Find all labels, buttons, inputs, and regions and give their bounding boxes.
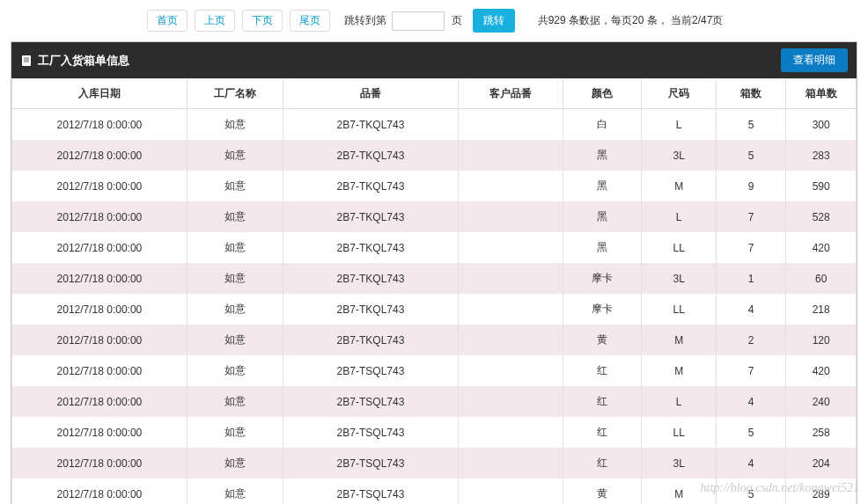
- cell-factory: 如意: [187, 140, 283, 171]
- table-row[interactable]: 2012/7/18 0:00:00如意2B7-TSQL743红3L4204: [12, 448, 857, 478]
- cell-boxes: 2: [716, 325, 785, 355]
- cell-units: 218: [786, 294, 857, 325]
- prev-page-link[interactable]: 上页: [195, 10, 235, 32]
- cell-customer_item: [458, 263, 563, 294]
- cell-date: 2012/7/18 0:00:00: [12, 232, 188, 263]
- cell-item_no: 2B7-TSQL743: [283, 478, 459, 504]
- table-row[interactable]: 2012/7/18 0:00:00如意2B7-TKQL743黑L7528: [12, 201, 857, 232]
- cell-item_no: 2B7-TSQL743: [283, 448, 459, 478]
- cell-item_no: 2B7-TSQL743: [283, 417, 459, 448]
- cell-units: 420: [786, 355, 857, 386]
- table-row[interactable]: 2012/7/18 0:00:00如意2B7-TKQL743黑M9590: [12, 171, 857, 201]
- cell-factory: 如意: [187, 109, 283, 141]
- table-row[interactable]: 2012/7/18 0:00:00如意2B7-TKQL743白L5300: [12, 109, 857, 141]
- table-row[interactable]: 2012/7/18 0:00:00如意2B7-TSQL743红LL5258: [12, 417, 857, 448]
- data-panel: 工厂入货箱单信息 查看明细 入库日期 工厂名称 品番 客户品番 颜色 尺码 箱数…: [11, 41, 857, 504]
- cell-item_no: 2B7-TSQL743: [283, 355, 459, 386]
- cell-units: 60: [786, 263, 857, 294]
- cell-color: 黑: [563, 201, 642, 232]
- cell-units: 283: [786, 140, 857, 171]
- table-row[interactable]: 2012/7/18 0:00:00如意2B7-TKQL743摩卡3L160: [12, 263, 857, 294]
- cell-factory: 如意: [187, 325, 283, 355]
- cell-factory: 如意: [187, 355, 283, 386]
- table-header-row: 入库日期 工厂名称 品番 客户品番 颜色 尺码 箱数 箱单数: [12, 79, 857, 109]
- cell-item_no: 2B7-TKQL743: [283, 294, 459, 325]
- cell-boxes: 7: [716, 355, 785, 386]
- cell-boxes: 1: [716, 263, 785, 294]
- cell-units: 289: [786, 478, 857, 504]
- header-customer-item: 客户品番: [458, 79, 563, 109]
- header-factory: 工厂名称: [187, 79, 283, 109]
- cell-customer_item: [458, 232, 563, 263]
- document-icon: [20, 55, 33, 67]
- table-row[interactable]: 2012/7/18 0:00:00如意2B7-TKQL743黄M2120: [12, 325, 857, 355]
- cell-date: 2012/7/18 0:00:00: [12, 109, 188, 141]
- header-date: 入库日期: [12, 79, 188, 109]
- cell-size: LL: [642, 294, 716, 325]
- cell-date: 2012/7/18 0:00:00: [12, 140, 188, 171]
- cell-customer_item: [458, 109, 563, 141]
- cell-color: 白: [563, 109, 642, 141]
- cell-size: 3L: [642, 263, 716, 294]
- cell-customer_item: [458, 355, 563, 386]
- data-table: 入库日期 工厂名称 品番 客户品番 颜色 尺码 箱数 箱单数 2012/7/18…: [11, 78, 857, 504]
- cell-date: 2012/7/18 0:00:00: [12, 355, 188, 386]
- jump-button[interactable]: 跳转: [473, 9, 515, 33]
- cell-date: 2012/7/18 0:00:00: [12, 478, 188, 504]
- cell-size: LL: [642, 232, 716, 263]
- cell-item_no: 2B7-TKQL743: [283, 171, 459, 201]
- first-page-link[interactable]: 首页: [147, 10, 188, 32]
- cell-customer_item: [458, 201, 563, 232]
- header-boxes: 箱数: [716, 79, 785, 109]
- next-page-link[interactable]: 下页: [242, 10, 283, 32]
- cell-color: 红: [563, 448, 642, 478]
- pagination-bar: 首页 上页 下页 尾页 跳转到第 页 跳转 共929 条数据，每页20 条， 当…: [0, 0, 868, 41]
- cell-customer_item: [458, 325, 563, 355]
- cell-factory: 如意: [187, 232, 283, 263]
- cell-units: 590: [786, 171, 857, 201]
- cell-size: 3L: [642, 140, 716, 171]
- last-page-link[interactable]: 尾页: [290, 10, 330, 32]
- cell-units: 204: [786, 448, 857, 478]
- view-detail-button[interactable]: 查看明细: [781, 48, 848, 72]
- cell-color: 黄: [563, 478, 642, 504]
- table-row[interactable]: 2012/7/18 0:00:00如意2B7-TKQL743黑LL7420: [12, 232, 857, 263]
- cell-units: 120: [786, 325, 857, 355]
- cell-size: L: [642, 201, 716, 232]
- cell-item_no: 2B7-TKQL743: [283, 201, 459, 232]
- jump-page-input[interactable]: [392, 11, 445, 31]
- cell-factory: 如意: [187, 448, 283, 478]
- cell-customer_item: [458, 417, 563, 448]
- cell-date: 2012/7/18 0:00:00: [12, 263, 188, 294]
- cell-date: 2012/7/18 0:00:00: [12, 171, 188, 201]
- cell-size: M: [642, 478, 716, 504]
- cell-factory: 如意: [187, 201, 283, 232]
- cell-date: 2012/7/18 0:00:00: [12, 417, 188, 448]
- table-row[interactable]: 2012/7/18 0:00:00如意2B7-TSQL743黄M5289: [12, 478, 857, 504]
- page-suffix: 页: [452, 13, 462, 28]
- cell-factory: 如意: [187, 263, 283, 294]
- cell-units: 300: [786, 109, 857, 141]
- cell-units: 420: [786, 232, 857, 263]
- cell-customer_item: [458, 140, 563, 171]
- cell-customer_item: [458, 294, 563, 325]
- table-row[interactable]: 2012/7/18 0:00:00如意2B7-TKQL743黑3L5283: [12, 140, 857, 171]
- cell-item_no: 2B7-TSQL743: [283, 386, 459, 417]
- cell-item_no: 2B7-TKQL743: [283, 109, 459, 141]
- cell-factory: 如意: [187, 478, 283, 504]
- cell-date: 2012/7/18 0:00:00: [12, 448, 188, 478]
- svg-rect-0: [22, 55, 31, 66]
- table-row[interactable]: 2012/7/18 0:00:00如意2B7-TSQL743红M7420: [12, 355, 857, 386]
- cell-color: 摩卡: [563, 263, 642, 294]
- cell-boxes: 4: [716, 294, 785, 325]
- table-row[interactable]: 2012/7/18 0:00:00如意2B7-TSQL743红L4240: [12, 386, 857, 417]
- cell-color: 黄: [563, 325, 642, 355]
- cell-units: 528: [786, 201, 857, 232]
- cell-date: 2012/7/18 0:00:00: [12, 294, 188, 325]
- cell-color: 黑: [563, 232, 642, 263]
- cell-size: L: [642, 109, 716, 141]
- cell-boxes: 7: [716, 232, 785, 263]
- table-row[interactable]: 2012/7/18 0:00:00如意2B7-TKQL743摩卡LL4218: [12, 294, 857, 325]
- header-item-no: 品番: [283, 79, 459, 109]
- cell-color: 黑: [563, 140, 642, 171]
